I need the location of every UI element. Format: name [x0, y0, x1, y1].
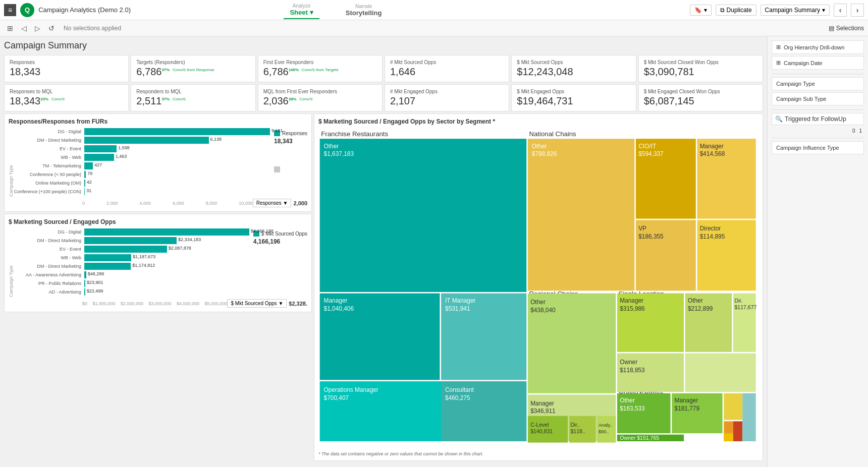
- kpi-label: Responders to MQL: [136, 89, 250, 94]
- treemap-footer: * The data set contains negative or zero…: [318, 451, 758, 456]
- chart1-dropdown[interactable]: Responses ▼: [253, 199, 292, 207]
- kpi-card: MQL from First Ever Responders 2,03638% …: [258, 84, 383, 111]
- menu-icon: ≡: [8, 6, 12, 14]
- top-bar: ≡ Q Campaign Analytics (Demo 2.0) Analyz…: [0, 0, 868, 20]
- kpi-value: 2,51137% Conv/S: [136, 95, 250, 107]
- bar-track: $22,499: [84, 288, 249, 296]
- treemap-cell[interactable]: [724, 393, 742, 420]
- bar-value: 79: [86, 171, 92, 176]
- kpi-value: $19,464,731: [517, 95, 630, 107]
- panel-org-hierarchy[interactable]: ⊞ Org Hierarchy Drill-down: [772, 40, 864, 54]
- svg-text:Owner: Owner: [620, 359, 637, 366]
- bar-value: 9,161: [270, 128, 283, 133]
- chevron-down-icon: ▾: [310, 9, 313, 16]
- bar-track: 31: [84, 188, 270, 195]
- panel-divider-2: [772, 109, 864, 110]
- kpi-label: # Mkt Engaged Opps: [390, 89, 504, 94]
- kpi-card: $ Mkt Sourced Closed Won Opps $3,090,781: [638, 55, 763, 82]
- kpi-card: # Mkt Sourced Opps 1,646: [385, 55, 509, 82]
- svg-text:$181,779: $181,779: [675, 405, 700, 412]
- bar-track: 427: [84, 162, 270, 169]
- kpi-card: Responses 18,343: [4, 55, 129, 82]
- nav-narrate[interactable]: Narrate Storytelling: [340, 2, 388, 19]
- nav-back-button[interactable]: ‹: [834, 4, 847, 17]
- bar-label: AD - Advertising: [14, 289, 84, 295]
- toolbar-grid-button[interactable]: ⊞: [4, 23, 16, 33]
- bar-label: DG - Digital: [14, 229, 84, 235]
- kpi-label: # Mkt Sourced Opps: [390, 60, 504, 65]
- bar-row: WB - Web 1,463: [14, 154, 270, 161]
- legend-label-1: Responses: [282, 131, 307, 136]
- svg-text:VP: VP: [638, 225, 646, 232]
- bar-row: WB - Web $1,187,673: [14, 254, 249, 261]
- nav-narrate-label: Storytelling: [346, 9, 382, 17]
- panel-triggered-followup[interactable]: 🔍 Triggered for FollowUp: [772, 113, 864, 125]
- treemap-cell[interactable]: [528, 139, 634, 290]
- bar-label: EV - Event: [14, 146, 84, 151]
- bar-fill: [84, 237, 177, 244]
- svg-text:$140,831: $140,831: [530, 428, 553, 434]
- bar-row: PR - Public Relations $23,901: [14, 280, 249, 287]
- chart2-dropdown[interactable]: $ Mkt Sourced Opps ▼: [227, 299, 287, 308]
- chevron-down-icon2: ▾: [822, 7, 825, 14]
- treemap-cell[interactable]: [724, 433, 733, 441]
- bar-row: EV - Event $2,087,878: [14, 246, 249, 253]
- content-area: Campaign Summary Responses 18,343 Target…: [0, 36, 767, 467]
- svg-text:Manager: Manager: [530, 400, 554, 407]
- bar-fill: [84, 162, 93, 169]
- nav-analyze-label: Sheet ▾: [290, 9, 313, 16]
- bar-label: Conference (< 50 people): [14, 172, 84, 177]
- kpi-value: 2,107: [390, 95, 504, 107]
- selections-button[interactable]: ▤ Selections: [829, 25, 864, 32]
- kpi-value: $6,087,145: [644, 95, 757, 107]
- kpi-card: # Mkt Engaged Opps 2,107: [385, 84, 509, 111]
- svg-text:$438,040: $438,040: [530, 307, 556, 314]
- bar-fill: [84, 137, 209, 144]
- sheet-name-button[interactable]: Campaign Summary ▾: [761, 5, 830, 16]
- svg-text:Analy..: Analy..: [599, 423, 613, 428]
- kpi-card: $ Mkt Sourced Opps $12,243,048: [511, 55, 636, 82]
- bar-row: AA - Awareness Advertising $48,289: [14, 271, 249, 278]
- kpi-value: 18,34323% Conv/S: [10, 95, 123, 107]
- chart2-bars: DG - Digital $4,166,196 DM - Direct Mark…: [14, 228, 249, 297]
- bar-label: WB - Web: [14, 255, 84, 260]
- kpi-value: 2,03638% Conv/S: [263, 95, 377, 107]
- panel-campaign-date[interactable]: ⊞ Campaign Date: [772, 56, 864, 70]
- bar-track: $1,174,812: [84, 263, 249, 270]
- toolbar-back-button[interactable]: ◁: [18, 23, 30, 33]
- svg-text:$186,355: $186,355: [638, 233, 664, 240]
- treemap-cell[interactable]: [733, 421, 742, 441]
- bar-label: AA - Awareness Advertising: [14, 272, 84, 277]
- treemap-cell[interactable]: [685, 354, 756, 392]
- panel-campaign-type[interactable]: Campaign Type: [772, 77, 864, 90]
- bar-track: $1,187,673: [84, 254, 249, 261]
- menu-button[interactable]: ≡: [4, 4, 16, 16]
- bar-label: WB - Web: [14, 155, 84, 160]
- bar-label: PR - Public Relations: [14, 281, 84, 286]
- bookmark-button[interactable]: 🔖 ▾: [690, 5, 711, 16]
- bar-track: 79: [84, 171, 270, 178]
- svg-text:Other: Other: [324, 143, 339, 150]
- svg-text:Owner $151,765: Owner $151,765: [620, 435, 659, 441]
- toolbar-refresh-button[interactable]: ↺: [45, 23, 58, 33]
- bar-value: 6,138: [209, 137, 222, 142]
- bar-value: $2,334,183: [177, 237, 201, 242]
- bar-value: 1,598: [117, 145, 130, 150]
- duplicate-button[interactable]: ⧉ Duplicate: [716, 5, 756, 16]
- bar-row: TM - Telemarketing 427: [14, 162, 270, 169]
- treemap-cell[interactable]: [320, 139, 527, 292]
- panel-campaign-subtype[interactable]: Campaign Sub Type: [772, 92, 864, 105]
- bar-value: $22,499: [85, 288, 103, 294]
- treemap-cell[interactable]: [742, 393, 755, 441]
- bar-value: $1,187,673: [131, 254, 155, 259]
- chart1-legend: Responses 18,343: [274, 128, 307, 197]
- nav-forward-button[interactable]: ›: [851, 4, 864, 17]
- nav-analyze[interactable]: Analyze Sheet ▾: [284, 1, 319, 19]
- kpi-label: Responses to MQL: [10, 89, 123, 94]
- bar-row: Conference (+100 people) (CON) 31: [14, 188, 270, 195]
- bar-fill: [84, 263, 131, 270]
- treemap-svg-container: Franchise Restaurants National Chains Re…: [318, 128, 758, 449]
- panel-campaign-influence-type[interactable]: Campaign Influence Type: [772, 141, 864, 154]
- bar-value: $4,166,196: [249, 228, 274, 234]
- toolbar-forward-button[interactable]: ▷: [32, 23, 43, 33]
